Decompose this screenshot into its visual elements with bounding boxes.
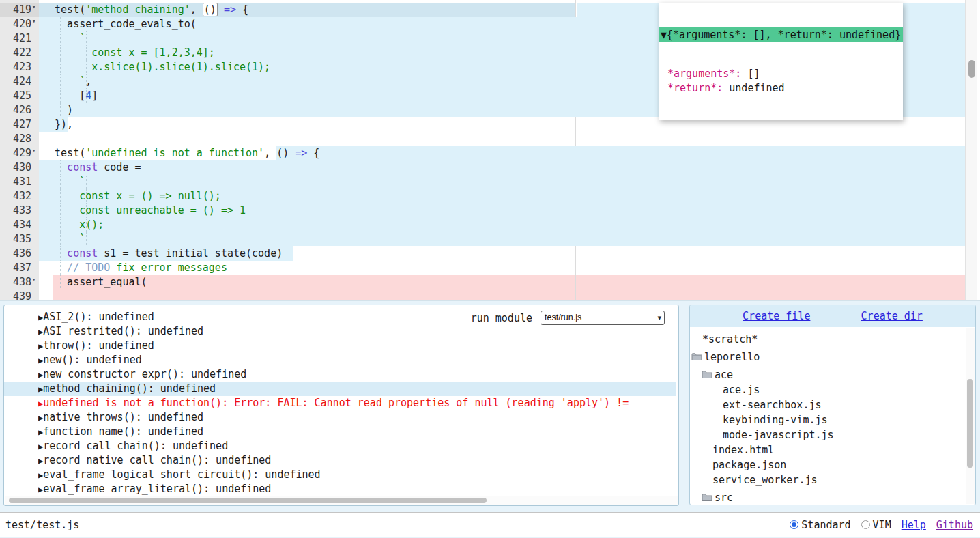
tree-file[interactable]: service_worker.js (690, 472, 966, 487)
tree-item-label: mode-javascript.js (723, 429, 834, 441)
tree-file[interactable]: package.json (690, 457, 966, 472)
test-result-text: native throws(): undefined (43, 411, 203, 423)
tree-item-label: package.json (712, 459, 786, 471)
line-number: 439 (0, 289, 31, 301)
radio-unselected-icon[interactable] (861, 520, 870, 529)
test-result-item[interactable]: ▶record call chain(): undefined (4, 439, 676, 453)
code-line[interactable]: 435 ` (0, 232, 980, 246)
fold-arrow-icon[interactable]: ▾ (32, 14, 35, 29)
tree-item-label: src (715, 492, 733, 504)
test-result-item[interactable]: ▶function name(): undefined (4, 425, 676, 439)
line-number: 433 (0, 203, 31, 218)
code-text: x.slice(1).slice(1).slice(1); (42, 60, 270, 74)
radio-selected-icon[interactable] (790, 520, 798, 529)
fold-arrow-icon[interactable]: ▾ (32, 272, 35, 287)
test-result-text: new constructor expr(): undefined (43, 368, 246, 380)
test-result-text: ASI_2(): undefined (43, 311, 154, 323)
code-text: assert_equal( (42, 275, 147, 289)
code-line[interactable]: 431 ` (0, 175, 980, 189)
code-text: ) (42, 103, 73, 117)
run-module-control: run module test/run.js ▾ (471, 311, 665, 325)
run-module-select[interactable]: test/run.js ▾ (541, 311, 665, 325)
test-result-item[interactable]: ▶eval_frame logical short circuit(): und… (4, 468, 676, 482)
code-line[interactable]: 433 const unreachable = () => 1 (0, 203, 980, 218)
test-result-item[interactable]: ▶native throws(): undefined (4, 410, 676, 425)
code-text: const code = (42, 160, 141, 175)
scrollbar-thumb[interactable] (968, 60, 975, 78)
code-editor[interactable]: 419▾ test('method chaining', () => {420▾… (0, 0, 980, 301)
test-result-text: eval_frame array_literal(): undefined (43, 483, 271, 495)
test-result-item[interactable]: ▶record native call chain(): undefined (4, 453, 676, 468)
line-number: 419 (0, 3, 31, 17)
code-text: `, (42, 74, 91, 89)
code-line[interactable]: 429▾ test('undefined is not a function',… (0, 146, 980, 160)
tree-item-label: ext-searchbox.js (723, 399, 822, 411)
code-line[interactable]: 436 const s1 = test_initial_state(code) (0, 246, 980, 261)
selected-module: test/run.js (545, 313, 581, 322)
create-dir-link[interactable]: Create dir (861, 310, 923, 322)
scrollbar-thumb[interactable] (9, 498, 487, 503)
test-result-item[interactable]: ▶eval_frame array_literal(): undefined (4, 482, 676, 496)
test-result-item[interactable]: ▶ASI_restrited(): undefined (4, 324, 676, 339)
line-number: 437 (0, 261, 31, 275)
value-inspector-entry[interactable]: *arguments*: [] (659, 67, 903, 81)
test-result-text: ASI_restrited(): undefined (43, 325, 203, 337)
test-result-item[interactable]: ▶throw(): undefined (4, 339, 676, 353)
status-bar-controls: Standard VIM Help Github (790, 519, 973, 531)
code-text: ` (42, 175, 85, 189)
scrollbar-thumb[interactable] (967, 379, 973, 468)
fold-arrow-icon[interactable]: ▾ (32, 0, 35, 14)
tree-file[interactable]: *scratch* (690, 332, 966, 347)
tree-file[interactable]: index.html (690, 442, 966, 457)
code-line[interactable]: 437 // TODO fix error messages (0, 261, 980, 275)
fold-arrow-icon[interactable]: ▾ (32, 143, 35, 158)
test-result-text: record call chain(): undefined (43, 440, 228, 452)
property-value: [] (741, 68, 760, 80)
test-result-item[interactable]: ▶method chaining(): undefined (4, 382, 676, 396)
code-line[interactable]: 434 x(); (0, 218, 980, 232)
test-result-text: method chaining(): undefined (43, 382, 216, 395)
tree-folder[interactable]: ace (690, 367, 966, 382)
github-link[interactable]: Github (936, 519, 973, 531)
output-horizontal-scrollbar[interactable] (5, 496, 678, 505)
code-line[interactable]: 432 const x = () => null(); (0, 189, 980, 203)
line-number: 428 (0, 132, 31, 146)
editor-vertical-scrollbar[interactable] (965, 0, 977, 301)
tree-folder[interactable]: leporello (690, 350, 966, 365)
line-number: 421 (0, 31, 31, 46)
keybinding-standard-option[interactable]: Standard (790, 519, 850, 531)
error-highlight (53, 289, 966, 301)
code-line[interactable]: 430 const code = (0, 160, 980, 175)
test-results-list: ▶ASI_2(): undefined▶ASI_restrited(): und… (4, 310, 676, 496)
line-number: 436 (0, 246, 31, 261)
test-result-item[interactable]: ▶undefined is not a function(): Error: F… (4, 396, 676, 410)
eval-highlight (276, 146, 966, 160)
tree-item-label: ace.js (723, 384, 760, 396)
value-inspector-header[interactable]: ▼{*arguments*: [], *return*: undefined} (659, 27, 903, 42)
indent-guide (86, 31, 87, 46)
line-number: 434 (0, 218, 31, 232)
tree-file[interactable]: ace.js (690, 382, 966, 397)
line-number: 438 (0, 275, 31, 289)
files-vertical-scrollbar[interactable] (966, 328, 975, 504)
value-inspector-entry[interactable]: *return*: undefined (659, 81, 903, 96)
collapse-arrow-icon[interactable]: ▼ (661, 29, 667, 41)
code-line[interactable]: 428 (0, 132, 980, 146)
tree-file[interactable]: ext-searchbox.js (690, 397, 966, 412)
help-link[interactable]: Help (902, 519, 926, 531)
create-file-link[interactable]: Create file (743, 310, 810, 322)
file-explorer-panel: Create file Create dir *scratch*leporell… (689, 305, 976, 505)
tree-item-label: index.html (712, 444, 774, 456)
code-text: test('undefined is not a function', () =… (42, 146, 319, 160)
code-text: [4] (42, 89, 98, 103)
code-line[interactable]: 438▾ assert_equal( (0, 275, 980, 289)
test-result-text: record native call chain(): undefined (43, 454, 271, 466)
tree-file[interactable]: mode-javascript.js (690, 427, 966, 442)
keybinding-vim-option[interactable]: VIM (861, 519, 891, 531)
tree-folder[interactable]: src (690, 490, 966, 505)
code-line[interactable]: 439 (0, 289, 980, 301)
tree-file[interactable]: keybinding-vim.js (690, 412, 966, 427)
test-result-item[interactable]: ▶new(): undefined (4, 353, 676, 367)
test-result-item[interactable]: ▶new constructor expr(): undefined (4, 367, 676, 382)
radio-label: Standard (801, 519, 850, 531)
